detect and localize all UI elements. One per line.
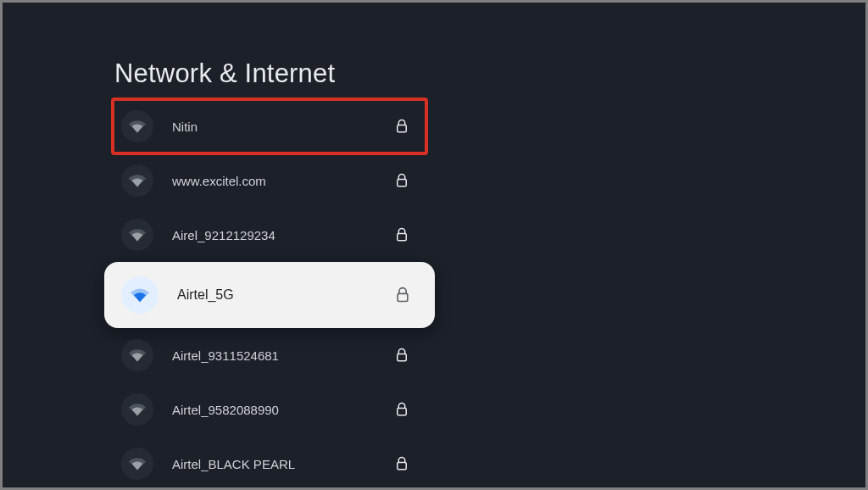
svg-rect-3 — [398, 293, 408, 301]
lock-icon — [394, 119, 409, 134]
lock-icon — [394, 227, 409, 242]
wifi-icon — [129, 226, 146, 243]
wifi-icon-wrap — [121, 276, 159, 314]
wifi-icon-wrap — [121, 164, 153, 197]
lock-icon — [394, 456, 409, 471]
wifi-row[interactable]: Nitin — [113, 99, 426, 153]
page-title: Network & Internet — [114, 58, 426, 89]
settings-panel: Network & Internet Nitin www.excitel.com… — [113, 58, 426, 487]
wifi-icon-wrap — [121, 219, 153, 251]
lock-icon — [394, 402, 409, 417]
wifi-row[interactable]: Airtel_BLACK PEARL — [113, 437, 426, 487]
wifi-row[interactable]: Airtel_5G — [104, 262, 435, 328]
svg-rect-5 — [398, 409, 407, 415]
wifi-icon — [129, 401, 146, 418]
lock-icon — [394, 348, 409, 363]
wifi-icon-wrap — [121, 393, 153, 426]
wifi-icon-wrap — [121, 339, 153, 371]
settings-screen: Network & Internet Nitin www.excitel.com… — [3, 3, 865, 487]
wifi-ssid: Airtel_9311524681 — [172, 348, 394, 363]
svg-rect-1 — [398, 180, 407, 187]
wifi-icon — [131, 286, 149, 304]
wifi-ssid: Airtel_9582088990 — [172, 403, 394, 417]
svg-rect-2 — [398, 234, 407, 241]
wifi-icon — [129, 118, 146, 135]
svg-rect-0 — [398, 125, 407, 132]
wifi-icon-wrap — [121, 110, 153, 142]
wifi-icon — [129, 455, 146, 472]
lock-icon — [394, 287, 411, 303]
wifi-row[interactable]: Airtel_9311524681 — [113, 328, 426, 382]
lock-icon — [394, 173, 409, 188]
wifi-ssid: Airel_9212129234 — [172, 228, 394, 242]
svg-rect-4 — [398, 354, 407, 361]
wifi-row[interactable]: Airtel_9582088990 — [113, 382, 426, 437]
wifi-ssid: www.excitel.com — [172, 174, 394, 188]
wifi-icon-wrap — [121, 448, 153, 480]
wifi-ssid: Airtel_BLACK PEARL — [172, 457, 394, 471]
wifi-icon — [129, 347, 146, 364]
wifi-ssid: Nitin — [172, 120, 394, 134]
wifi-list: Nitin www.excitel.com Airel_9212129234 A… — [113, 99, 426, 487]
wifi-ssid: Airtel_5G — [177, 287, 394, 303]
wifi-icon — [129, 172, 146, 189]
wifi-row[interactable]: Airel_9212129234 — [113, 208, 426, 262]
svg-rect-6 — [398, 463, 407, 470]
wifi-row[interactable]: www.excitel.com — [113, 153, 426, 208]
